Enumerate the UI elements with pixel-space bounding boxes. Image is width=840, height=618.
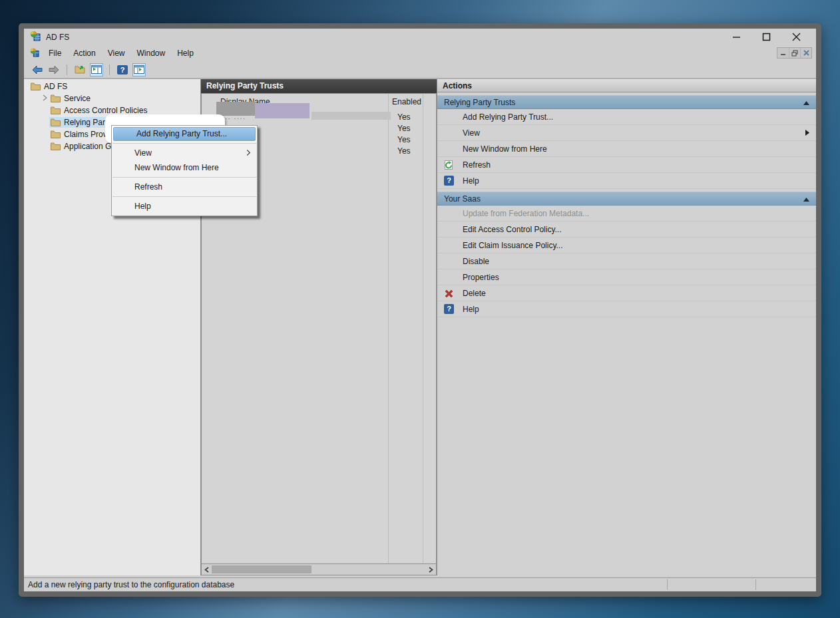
actions-section-your-saas[interactable]: Your Saas	[437, 192, 816, 206]
help-toolbar-icon[interactable]: ?	[116, 63, 129, 77]
action-new-window-from-here[interactable]: New Window from Here	[437, 141, 816, 157]
menu-separator	[112, 196, 256, 197]
list-cell-enabled: Yes	[397, 135, 411, 144]
scroll-right-icon[interactable]	[426, 564, 436, 575]
action-label: Add Relying Party Trust...	[463, 109, 553, 125]
scroll-left-icon[interactable]	[202, 564, 212, 575]
action-help[interactable]: ? Help	[437, 173, 816, 189]
action-add-relying-party-trust[interactable]: Add Relying Party Trust...	[437, 109, 816, 125]
folder-icon	[31, 82, 41, 90]
minimize-icon[interactable]	[731, 32, 741, 43]
adfs-app-icon-small	[30, 48, 39, 59]
menu-item-label: Help	[134, 199, 151, 214]
context-menu: Add Relying Party Trust... View New Wind…	[111, 125, 258, 216]
child-restore-icon[interactable]	[789, 48, 800, 58]
horizontal-scrollbar[interactable]	[201, 563, 437, 575]
action-label: Help	[463, 173, 479, 189]
maximize-icon[interactable]	[761, 32, 771, 43]
desktop: AD FS	[0, 0, 840, 618]
list-cell-enabled: Yes	[397, 124, 411, 133]
menu-item-add-relying-party-trust[interactable]: Add Relying Party Trust...	[113, 127, 256, 141]
scrollbar-thumb[interactable]	[212, 565, 312, 573]
help-icon: ?	[444, 304, 454, 314]
title-bar[interactable]: AD FS	[24, 29, 816, 45]
child-close-icon[interactable]	[800, 48, 811, 58]
column-divider[interactable]	[388, 94, 389, 563]
show-hide-console-tree-icon[interactable]	[90, 63, 103, 77]
toolbar: ?	[24, 61, 816, 78]
window-title: AD FS	[46, 33, 69, 42]
forward-icon[interactable]	[47, 63, 61, 77]
action-edit-access-control-policy[interactable]: Edit Access Control Policy...	[437, 222, 816, 237]
menu-item-new-window-from-here[interactable]: New Window from Here	[112, 160, 257, 175]
menu-item-label: View	[134, 146, 152, 160]
action-edit-claim-issuance-policy[interactable]: Edit Claim Issuance Policy...	[437, 237, 816, 253]
folder-icon	[51, 142, 61, 150]
menu-action[interactable]: Action	[67, 47, 101, 60]
menu-help[interactable]: Help	[171, 47, 200, 60]
action-view[interactable]: View	[437, 125, 816, 141]
action-label: Edit Access Control Policy...	[463, 222, 562, 237]
menu-file[interactable]: File	[43, 47, 67, 60]
action-properties[interactable]: Properties	[437, 269, 816, 285]
results-pane-title: Relying Party Trusts	[201, 79, 437, 93]
submenu-arrow-icon	[805, 125, 809, 141]
column-divider[interactable]	[423, 94, 423, 563]
action-disable[interactable]: Disable	[437, 253, 816, 269]
actions-section-relying-party-trusts[interactable]: Relying Party Trusts	[437, 95, 816, 109]
menu-item-view[interactable]: View	[112, 146, 257, 160]
chevron-right-icon[interactable]	[40, 94, 49, 103]
export-list-icon[interactable]	[73, 63, 87, 77]
redaction-block-light	[312, 112, 391, 120]
menu-separator	[112, 177, 256, 178]
redaction-block-gray	[216, 102, 256, 116]
caption-buttons	[731, 32, 816, 43]
redaction-block-purple	[255, 103, 310, 118]
action-label: View	[463, 125, 480, 141]
close-icon[interactable]	[791, 32, 801, 43]
menu-window[interactable]: Window	[131, 47, 172, 60]
action-refresh[interactable]: Refresh	[437, 157, 816, 173]
show-hide-action-pane-icon[interactable]	[132, 63, 146, 77]
tree-item-adfs-root[interactable]: AD FS	[24, 80, 200, 92]
menu-item-help[interactable]: Help	[112, 199, 257, 214]
menu-item-label: New Window from Here	[134, 160, 219, 175]
tree-item-service[interactable]: Service	[24, 92, 200, 104]
toolbar-separator	[109, 65, 110, 75]
action-label: Disable	[463, 253, 489, 269]
action-label: Properties	[463, 269, 499, 285]
menu-item-refresh[interactable]: Refresh	[112, 180, 257, 194]
status-bar-divider	[755, 579, 756, 590]
menu-item-label: Add Relying Party Trust...	[136, 127, 227, 141]
section-title: Your Saas	[444, 192, 481, 206]
action-label: Refresh	[463, 157, 491, 173]
action-label: Help	[463, 301, 479, 317]
column-header-enabled[interactable]: Enabled	[392, 97, 421, 106]
status-bar-divider	[667, 579, 668, 590]
menu-item-label: Refresh	[134, 180, 162, 194]
action-update-from-federation-metadata: Update from Federation Metadata...	[437, 206, 816, 222]
folder-icon	[51, 106, 61, 114]
action-delete[interactable]: Delete	[437, 285, 816, 301]
action-label: Delete	[463, 285, 486, 301]
collapse-icon[interactable]	[803, 192, 809, 206]
adfs-app-icon	[30, 31, 41, 44]
help-icon: ?	[444, 176, 454, 186]
child-minimize-icon[interactable]	[777, 48, 789, 58]
menu-view[interactable]: View	[102, 47, 131, 60]
back-icon[interactable]	[31, 63, 44, 77]
action-label: Edit Claim Issuance Policy...	[463, 237, 563, 253]
actions-pane: Actions Relying Party Trusts Add Relying…	[437, 79, 816, 575]
status-text: Add a new relying party trust to the con…	[28, 580, 234, 589]
folder-icon	[51, 118, 61, 126]
action-label: Update from Federation Metadata...	[463, 206, 589, 222]
collapse-icon[interactable]	[803, 96, 809, 109]
list-cell-enabled: Yes	[397, 112, 411, 122]
action-label: New Window from Here	[463, 141, 547, 157]
question-mark-icon: ?	[117, 65, 128, 75]
menu-separator	[112, 143, 256, 144]
actions-pane-title: Actions	[437, 79, 816, 92]
list-cell-enabled: Yes	[397, 146, 411, 156]
tree-label: Access Control Policies	[64, 106, 147, 115]
action-help-saas[interactable]: ? Help	[437, 301, 816, 317]
